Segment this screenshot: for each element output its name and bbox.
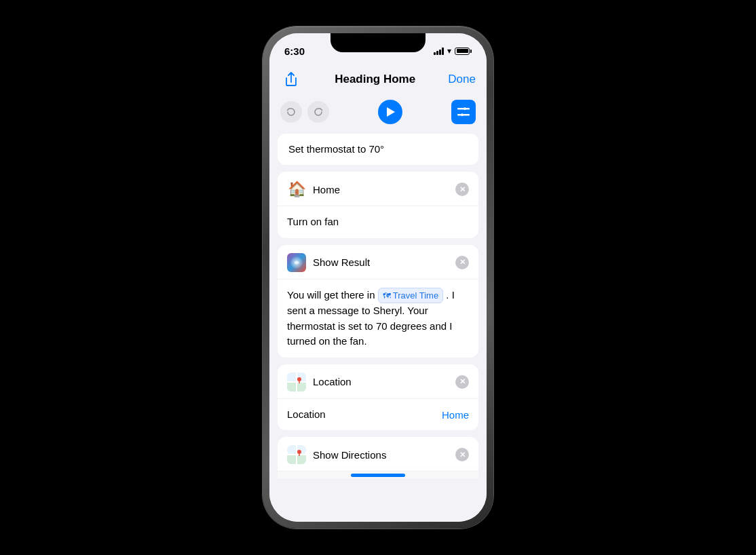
show-result-text: You will get there in 🗺 Travel Time . I … (287, 289, 455, 347)
show-result-body: You will get there in 🗺 Travel Time . I … (278, 280, 478, 358)
svg-rect-4 (463, 114, 470, 116)
location-card: Location ✕ Location Home (278, 364, 478, 431)
show-result-header: Show Result ✕ (278, 245, 478, 280)
svg-point-16 (297, 450, 301, 454)
show-result-header-left: Show Result (287, 253, 370, 272)
directions-progress-bar (351, 474, 405, 477)
thermostat-text: Set thermostat to 70° (288, 143, 384, 155)
location-label: Location (287, 407, 326, 423)
location-title: Location (313, 376, 352, 387)
show-result-close-button[interactable]: ✕ (455, 256, 469, 269)
phone-device: 6:30 ▾ He (263, 26, 493, 529)
turn-on-fan-text: Turn on fan (287, 216, 339, 227)
show-directions-card: Show Directions ✕ (278, 437, 478, 478)
siri-icon (287, 253, 306, 272)
show-directions-close-button[interactable]: ✕ (455, 448, 469, 461)
toolbar-left (280, 101, 329, 123)
phone-screen: 6:30 ▾ He (269, 33, 487, 522)
travel-time-badge[interactable]: 🗺 Travel Time (378, 288, 443, 304)
battery-icon (455, 47, 472, 55)
settings-button[interactable] (451, 100, 476, 124)
toolbar (269, 96, 487, 128)
location-card-header: Location ✕ (278, 364, 478, 399)
home-card-header-left: 🏠 Home (287, 180, 340, 199)
undo-button[interactable] (280, 101, 302, 123)
wifi-icon: ▾ (447, 46, 451, 56)
status-time: 6:30 (284, 45, 305, 57)
home-card-header: 🏠 Home ✕ (278, 172, 478, 206)
done-button[interactable]: Done (448, 73, 476, 86)
nav-bar: Heading Home Done (269, 63, 487, 96)
status-icons: ▾ (434, 46, 472, 56)
location-card-body: Location Home (278, 399, 478, 431)
home-icon: 🏠 (287, 180, 306, 199)
home-card: 🏠 Home ✕ Turn on fan (278, 172, 478, 238)
home-close-button[interactable]: ✕ (455, 183, 469, 196)
svg-point-5 (461, 113, 464, 116)
svg-point-2 (464, 107, 466, 110)
share-button[interactable] (280, 69, 302, 90)
location-header-left: Location (287, 372, 352, 391)
notch (330, 33, 426, 52)
signal-icon (434, 47, 444, 55)
location-close-button[interactable]: ✕ (455, 375, 469, 389)
travel-time-label: Travel Time (393, 289, 438, 303)
svg-rect-0 (457, 108, 464, 110)
result-text-1: You will get there in (287, 289, 375, 301)
thermostat-card: Set thermostat to 70° (278, 134, 478, 165)
show-directions-maps-icon (287, 445, 306, 464)
home-title: Home (313, 184, 340, 195)
show-result-title: Show Result (313, 256, 370, 268)
scroll-content[interactable]: Set thermostat to 70° 🏠 Home ✕ Turn on f… (269, 128, 487, 522)
location-row: Location Home (287, 407, 469, 423)
play-icon (387, 107, 395, 117)
maps-icon (287, 372, 306, 391)
show-directions-header: Show Directions ✕ (278, 437, 478, 472)
show-result-card: Show Result ✕ You will get there in 🗺 Tr… (278, 245, 478, 358)
svg-point-12 (297, 377, 301, 381)
show-directions-header-left: Show Directions (287, 445, 386, 464)
redo-button[interactable] (307, 101, 329, 123)
nav-title: Heading Home (335, 73, 415, 86)
show-directions-title: Show Directions (313, 449, 386, 461)
location-value[interactable]: Home (442, 409, 469, 421)
play-button[interactable] (378, 100, 402, 124)
home-card-body: Turn on fan (278, 206, 478, 238)
maps-badge-icon: 🗺 (383, 290, 391, 302)
